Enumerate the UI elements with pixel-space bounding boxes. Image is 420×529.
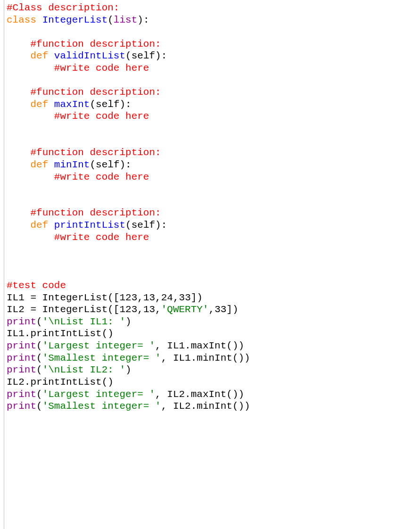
code-token: ]) xyxy=(226,304,238,315)
code-line: #function description: xyxy=(7,86,420,99)
code-token: #write code here xyxy=(54,172,149,182)
code-line xyxy=(7,256,420,268)
code-line: #write code here xyxy=(7,231,420,244)
code-token: , xyxy=(173,292,179,303)
code-token: print xyxy=(7,364,36,375)
code-token xyxy=(48,220,54,231)
code-line: #test code xyxy=(7,280,420,292)
code-token xyxy=(7,147,30,158)
code-line: #write code here xyxy=(7,110,420,123)
code-token: IL2 = IntegerList([ xyxy=(7,304,119,315)
code-line xyxy=(7,135,420,147)
code-line xyxy=(7,243,420,256)
code-line xyxy=(7,267,420,280)
code-line: def minInt(self): xyxy=(7,159,420,171)
code-line: #function description: xyxy=(7,147,420,159)
code-line: IL2 = IntegerList([123,13,'QWERTY',33]) xyxy=(7,304,420,316)
code-token: IL1.printIntList() xyxy=(7,328,114,339)
code-token: list xyxy=(114,15,137,25)
code-token: , xyxy=(137,304,143,315)
code-token: '\nList IL1: ' xyxy=(42,316,125,327)
code-token: ( xyxy=(36,353,42,364)
code-token: #test code xyxy=(7,280,66,291)
code-line: def maxInt(self): xyxy=(7,99,420,111)
code-token: (self): xyxy=(125,50,167,61)
code-line: print('Largest integer= ', IL1.maxInt()) xyxy=(7,340,420,352)
code-token: print xyxy=(7,353,36,364)
code-line: #write code here xyxy=(7,171,420,183)
code-token: #write code here xyxy=(54,63,149,74)
code-token: ) xyxy=(125,316,132,327)
code-block: #Class description:class IntegerList(lis… xyxy=(0,0,420,413)
code-token: ): xyxy=(137,15,149,25)
code-token xyxy=(7,50,30,61)
code-token xyxy=(48,99,54,110)
code-token: 123 xyxy=(119,292,137,303)
code-token: , xyxy=(209,304,215,315)
code-token: #write code here xyxy=(54,111,149,122)
code-token: '\nList IL2: ' xyxy=(42,364,125,375)
code-token: def xyxy=(30,99,48,110)
code-token: 'Smallest integer= ' xyxy=(42,401,161,412)
code-token xyxy=(7,172,54,182)
code-token: class xyxy=(7,15,36,25)
code-token: ( xyxy=(36,401,42,412)
code-line: print('Smallest integer= ', IL2.minInt()… xyxy=(7,400,420,413)
code-token: minInt xyxy=(54,159,90,170)
code-token: #Class description: xyxy=(7,2,119,13)
code-line: IL1 = IntegerList([123,13,24,33]) xyxy=(7,292,420,304)
code-token: validIntList xyxy=(54,50,125,61)
code-line: print('Smallest integer= ', IL1.minInt()… xyxy=(7,352,420,364)
code-token: , IL1.maxInt()) xyxy=(155,340,244,351)
code-token: 33 xyxy=(179,292,191,303)
code-token: IL1 = IntegerList([ xyxy=(7,292,119,303)
code-token: , IL2.minInt()) xyxy=(161,401,250,412)
code-token: maxInt xyxy=(54,99,90,110)
code-token: (self): xyxy=(90,159,131,170)
code-token xyxy=(7,220,30,231)
code-token xyxy=(7,63,54,74)
code-token: 'Largest integer= ' xyxy=(42,340,155,351)
code-token: #function description: xyxy=(30,87,161,98)
code-token: IL2.printIntList() xyxy=(7,377,114,388)
code-line: #function description: xyxy=(7,38,420,50)
code-token: 33 xyxy=(214,304,226,315)
code-line: print('\nList IL1: ') xyxy=(7,316,420,328)
code-token xyxy=(7,159,30,170)
code-token: printIntList xyxy=(54,220,125,231)
code-line xyxy=(7,26,420,38)
code-line: #function description: xyxy=(7,207,420,219)
code-line: print('\nList IL2: ') xyxy=(7,364,420,376)
code-line: def validIntList(self): xyxy=(7,50,420,62)
code-token: print xyxy=(7,316,36,327)
code-token: IntegerList xyxy=(42,15,108,25)
code-token xyxy=(48,159,54,170)
code-token xyxy=(7,87,30,98)
code-token: , xyxy=(155,292,161,303)
code-token: print xyxy=(7,340,36,351)
code-line xyxy=(7,123,420,135)
code-token: def xyxy=(30,220,48,231)
code-token: #function description: xyxy=(30,39,161,50)
code-token: #function description: xyxy=(30,147,161,158)
code-line: #Class description: xyxy=(7,2,420,14)
code-token: ( xyxy=(36,389,42,400)
code-token: 'QWERTY' xyxy=(161,304,209,315)
code-token: def xyxy=(30,50,48,61)
editor-left-rule xyxy=(4,0,4,529)
code-line: IL2.printIntList() xyxy=(7,376,420,388)
code-token: (self): xyxy=(125,220,167,231)
code-token: , xyxy=(137,292,143,303)
code-token: ( xyxy=(107,15,114,25)
code-token xyxy=(7,39,30,50)
code-token: print xyxy=(7,389,36,400)
code-token: , xyxy=(155,304,161,315)
code-token xyxy=(7,207,30,218)
code-token: def xyxy=(30,159,48,170)
code-line: def printIntList(self): xyxy=(7,219,420,231)
code-line: IL1.printIntList() xyxy=(7,328,420,340)
code-line xyxy=(7,195,420,207)
code-token: , IL2.maxInt()) xyxy=(155,389,244,400)
code-line xyxy=(7,74,420,87)
code-token xyxy=(7,232,54,243)
